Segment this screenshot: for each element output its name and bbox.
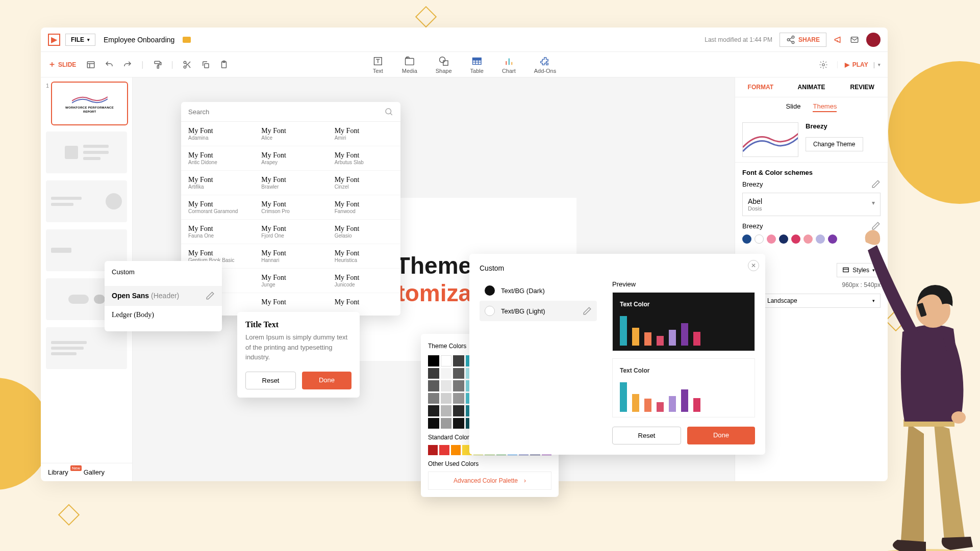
paint-roller-icon[interactable] [153,60,162,69]
orientation-dropdown[interactable]: Landscape▾ [762,294,881,308]
done-button[interactable]: Done [302,372,351,389]
slide-thumbnail[interactable] [46,327,127,369]
done-button[interactable]: Done [687,427,755,444]
color-swatch[interactable] [428,405,439,416]
color-swatch[interactable] [441,380,452,391]
pencil-icon[interactable] [871,221,881,230]
color-swatch[interactable] [441,418,452,429]
color-swatch[interactable] [453,405,464,416]
copy-icon[interactable] [201,60,210,69]
font-option[interactable]: My FontHannari [254,244,327,269]
color-swatch[interactable] [441,355,452,366]
color-scheme-row[interactable] [735,230,888,248]
folder-icon[interactable] [183,37,191,43]
text-bg-dark-option[interactable]: Text/BG (Dark) [480,280,597,301]
tab-format[interactable]: FORMAT [735,77,786,97]
insert-text-button[interactable]: Text [372,56,384,74]
font-option[interactable]: My FontAntic Didone [181,146,254,171]
styles-dropdown[interactable]: Styles▾ [837,263,881,277]
play-button[interactable]: ▶PLAY|▾ [837,61,881,68]
tab-animate[interactable]: ANIMATE [786,77,837,97]
redo-icon[interactable] [123,60,132,69]
user-avatar[interactable] [866,33,881,47]
font-option[interactable]: My FontAdamina [181,122,254,146]
color-swatch[interactable] [453,418,464,429]
font-option[interactable]: My FontGelasio [328,220,400,244]
font-option[interactable]: My FontArbutus Slab [328,146,400,171]
slide-thumbnail[interactable] [46,180,127,222]
tab-review[interactable]: REVIEW [837,77,888,97]
header-font-row[interactable]: Open Sans (Header) [105,286,222,306]
palette-dot[interactable] [791,234,800,244]
library-tab[interactable]: LibraryNew [48,468,68,476]
font-option[interactable]: My FontArtifika [181,171,254,195]
color-swatch[interactable] [439,445,449,455]
insert-table-button[interactable]: Table [470,56,484,74]
font-option[interactable]: My FontCinzel [328,171,400,195]
font-option[interactable]: My FontJunicode [328,269,400,293]
color-swatch[interactable] [428,355,439,366]
theme-thumbnail[interactable] [742,122,798,157]
font-option[interactable]: My FontAlice [254,122,327,146]
color-swatch[interactable] [441,405,452,416]
color-swatch[interactable] [451,445,461,455]
font-option[interactable]: My FontCormorant Garamond [181,195,254,220]
font-option[interactable]: My FontJunge [254,269,327,293]
add-slide-button[interactable]: ＋SLIDE [48,59,76,70]
change-theme-button[interactable]: Change Theme [806,137,863,151]
insert-shape-button[interactable]: Shape [436,56,452,74]
gallery-tab[interactable]: Gallery [84,468,105,476]
color-swatch[interactable] [453,355,464,366]
font-option[interactable]: My FontFjord One [254,220,327,244]
insert-media-button[interactable]: Media [402,56,417,74]
font-option[interactable]: My FontFanwood [328,195,400,220]
pencil-icon[interactable] [206,291,215,300]
palette-dot[interactable] [816,234,825,244]
file-menu-button[interactable]: FILE ▾ [65,34,95,46]
text-bg-light-option[interactable]: Text/BG (Light) [480,301,597,321]
paste-icon[interactable] [219,60,229,69]
font-option[interactable]: My FontArapey [254,146,327,171]
share-button[interactable]: SHARE [780,33,826,47]
slide-thumbnail-1[interactable]: WORKFORCE PERFORMANCE REPORT [52,83,127,124]
settings-icon[interactable] [819,60,828,69]
font-option[interactable]: My FontFauna One [181,220,254,244]
megaphone-icon[interactable] [834,35,843,44]
insert-addons-button[interactable]: Add-Ons [534,56,556,74]
pencil-icon[interactable] [583,306,592,316]
mail-icon[interactable] [850,35,859,44]
palette-dot[interactable] [767,234,776,244]
font-option[interactable]: My FontHeuristica [328,244,400,269]
palette-dot[interactable] [742,234,751,244]
undo-icon[interactable] [105,60,114,69]
reset-button[interactable]: Reset [245,372,296,389]
font-option[interactable]: My FontBrawler [254,171,327,195]
close-icon[interactable]: ✕ [748,260,759,271]
cut-icon[interactable] [183,60,192,69]
color-swatch[interactable] [428,368,439,379]
palette-dot[interactable] [828,234,837,244]
color-swatch[interactable] [441,393,452,404]
document-title[interactable]: Employee Onboarding [104,36,174,44]
color-swatch[interactable] [428,445,438,455]
color-swatch[interactable] [453,393,464,404]
color-swatch[interactable] [428,380,439,391]
color-swatch[interactable] [441,368,452,379]
insert-chart-button[interactable]: Chart [502,56,516,74]
advanced-palette-button[interactable]: Advanced Color Palette› [428,471,551,490]
subtab-slide[interactable]: Slide [786,102,801,112]
app-logo-icon[interactable]: ▶ [48,34,60,46]
palette-dot[interactable] [803,234,813,244]
body-font-row[interactable]: Ledger (Body) [112,306,215,324]
font-option[interactable]: My FontCrimson Pro [254,195,327,220]
font-scheme-dropdown[interactable]: Abel Dosis ▾ [742,193,881,216]
color-swatch[interactable] [453,368,464,379]
pencil-icon[interactable] [871,179,881,189]
subtab-themes[interactable]: Themes [813,102,837,112]
slide-thumbnail[interactable] [46,132,127,173]
palette-dot[interactable] [779,234,788,244]
reset-button[interactable]: Reset [612,427,681,444]
color-swatch[interactable] [453,380,464,391]
color-swatch[interactable] [428,393,439,404]
layout-icon[interactable] [86,60,95,69]
